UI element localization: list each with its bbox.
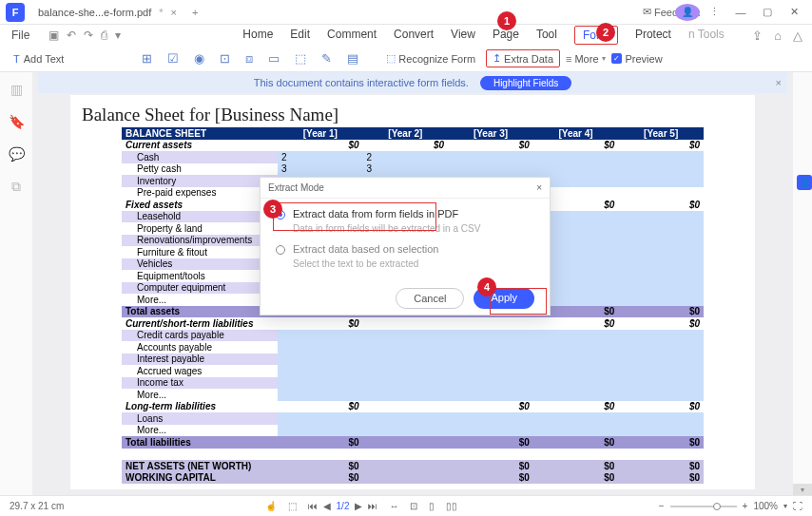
kebab-menu-icon[interactable]: ⋮	[702, 6, 726, 18]
zoom-slider[interactable]	[670, 506, 737, 507]
date-icon[interactable]: ▤	[347, 51, 358, 67]
titlebar: F balance-she...e-form.pdf * × + ✉ Feedb…	[0, 0, 812, 25]
tab-edit[interactable]: Edit	[290, 26, 310, 45]
first-page-icon[interactable]: ⏮	[308, 501, 318, 511]
page-navigator: ⏮ ◀ 1/2 ▶ ⏭	[308, 501, 378, 511]
select-tool-icon[interactable]: ⬚	[288, 501, 297, 511]
table-row: Petty cash33	[122, 163, 704, 176]
home-icon[interactable]: ⌂	[774, 29, 782, 43]
tab-protect[interactable]: Protect	[635, 26, 671, 45]
zoom-in-icon[interactable]: +	[743, 501, 748, 511]
dialog-title: Extract Mode	[268, 182, 324, 193]
dialog-close-icon[interactable]: ×	[536, 182, 542, 193]
maximize-button[interactable]: ▢	[755, 6, 780, 18]
fullscreen-icon[interactable]: ⛶	[793, 501, 802, 511]
document-title: Balance Sheet for [Business Name]	[70, 101, 755, 127]
option-selection[interactable]: Extract data based on selection	[276, 243, 534, 255]
tab-view[interactable]: View	[451, 26, 475, 45]
attachments-icon[interactable]: ⧉	[11, 179, 21, 195]
tab-convert[interactable]: Convert	[394, 26, 434, 45]
cancel-button[interactable]: Cancel	[396, 288, 464, 309]
zoom-dropdown-icon[interactable]: ▾	[783, 502, 787, 510]
add-text-tool[interactable]: TAdd Text	[8, 53, 69, 65]
new-tab-button[interactable]: +	[192, 7, 198, 18]
share-icon[interactable]: ⇪	[752, 29, 763, 43]
checkbox-icon[interactable]: ☑	[167, 51, 179, 67]
left-sidebar: ▥ 🔖 💬 ⧉	[0, 72, 32, 495]
menubar: File ▣ ↶ ↷ ⎙ ▾ Home Edit Comment Convert…	[0, 25, 812, 46]
radio-icon[interactable]	[276, 245, 285, 255]
fit-width-icon[interactable]: ↔	[389, 501, 398, 511]
close-window-button[interactable]: ✕	[782, 6, 806, 18]
hand-tool-icon[interactable]: ☝	[265, 501, 277, 511]
text-field-icon[interactable]: ⊞	[142, 51, 152, 67]
prev-page-icon[interactable]: ◀	[323, 501, 331, 511]
banner-message: This document contains interactive form …	[254, 77, 469, 88]
more-dropdown[interactable]: ≡More▾	[566, 53, 605, 65]
annotation-marker-3: 3	[263, 200, 282, 219]
zoom-level[interactable]: 100%	[753, 501, 778, 511]
single-page-icon[interactable]: ▯	[429, 501, 435, 511]
table-row: Accrued wages	[122, 365, 704, 377]
right-sidebar: 👤 ▾	[793, 72, 812, 495]
scroll-down-icon[interactable]: ▾	[793, 484, 812, 495]
image-icon[interactable]: ⬚	[295, 51, 306, 67]
thumbnails-icon[interactable]: ▥	[10, 82, 23, 97]
share-panel-icon[interactable]: 👤	[797, 175, 812, 190]
table-row: Income tax	[122, 377, 704, 390]
app-icon: F	[6, 3, 25, 22]
zoom-out-icon[interactable]: −	[659, 501, 665, 511]
tab-home[interactable]: Home	[242, 26, 273, 45]
two-page-icon[interactable]: ▯▯	[446, 501, 457, 511]
comments-icon[interactable]: 💬	[9, 146, 25, 162]
list-icon[interactable]: ⧈	[245, 51, 253, 67]
last-page-icon[interactable]: ⏭	[368, 501, 377, 511]
section-current-assets: Current assets$0$0$0$0$0	[122, 140, 704, 152]
cloud-icon[interactable]: △	[793, 29, 802, 43]
undo-icon[interactable]: ↶	[67, 29, 76, 42]
total-liabilities-row: Total liabilities$0$0$0$0	[122, 436, 704, 449]
extract-mode-dialog: Extract Mode × Extract data from form fi…	[260, 177, 551, 315]
tab-comment[interactable]: Comment	[327, 26, 377, 45]
fit-page-icon[interactable]: ⊡	[410, 501, 417, 511]
save-icon[interactable]: ▣	[48, 29, 59, 42]
tab-modified-indicator: *	[159, 7, 163, 18]
preview-toggle[interactable]: ✓Preview	[611, 53, 663, 65]
feedback-link[interactable]: ✉ Feedback	[643, 6, 667, 18]
file-menu[interactable]: File	[0, 29, 41, 42]
table-row: Accounts payable	[122, 341, 704, 354]
section-long-liabilities: Long-term liabilities$0$0$0$0	[122, 401, 704, 413]
signature-icon[interactable]: ✎	[321, 51, 332, 67]
option-form-fields-hint: Data in form fields will be extracted in…	[293, 223, 534, 234]
radio-icon[interactable]: ◉	[194, 51, 204, 67]
tab-more-tools[interactable]: n Tools	[688, 26, 725, 45]
redo-icon[interactable]: ↷	[84, 29, 93, 42]
qat-dropdown-icon[interactable]: ▾	[115, 29, 121, 42]
highlight-fields-button[interactable]: Highlight Fields	[480, 76, 571, 90]
button-icon[interactable]: ▭	[268, 51, 280, 67]
banner-close-icon[interactable]: ×	[776, 77, 782, 88]
page-dimensions: 29.7 x 21 cm	[10, 501, 64, 511]
dropdown-icon[interactable]: ⊡	[220, 51, 230, 67]
tab-close-icon[interactable]: ×	[171, 7, 177, 18]
bookmarks-icon[interactable]: 🔖	[9, 114, 25, 129]
document-tab[interactable]: balance-she...e-form.pdf * ×	[30, 3, 184, 22]
option-form-fields[interactable]: Extract data from form fields in PDF	[276, 208, 534, 220]
recognize-form-button[interactable]: ⬚Recognize Form	[381, 49, 480, 67]
annotation-marker-1: 1	[497, 11, 516, 30]
table-row: Cash22	[122, 151, 704, 163]
statusbar: 29.7 x 21 cm ☝ ⬚ ⏮ ◀ 1/2 ▶ ⏭ ↔ ⊡ ▯ ▯▯ − …	[0, 495, 812, 516]
table-row: Loans	[122, 412, 704, 425]
user-avatar[interactable]: 👤	[675, 4, 700, 21]
tab-title: balance-she...e-form.pdf	[38, 7, 151, 18]
form-toolbar: TAdd Text ⊞ ☑ ◉ ⊡ ⧈ ▭ ⬚ ✎ ▤ ⬚Recognize F…	[0, 46, 812, 72]
annotation-marker-4: 4	[477, 277, 496, 296]
print-icon[interactable]: ⎙	[101, 29, 107, 42]
net-assets-row: NET ASSETS (NET WORTH)$0$0$0$0	[122, 460, 704, 472]
minimize-button[interactable]: —	[728, 7, 753, 18]
tab-tool[interactable]: Tool	[536, 26, 557, 45]
next-page-icon[interactable]: ▶	[355, 501, 362, 511]
extra-data-button[interactable]: ↥Extra Data	[486, 49, 560, 67]
page-number[interactable]: 1/2	[337, 501, 350, 511]
table-row: Interest payable	[122, 354, 704, 366]
